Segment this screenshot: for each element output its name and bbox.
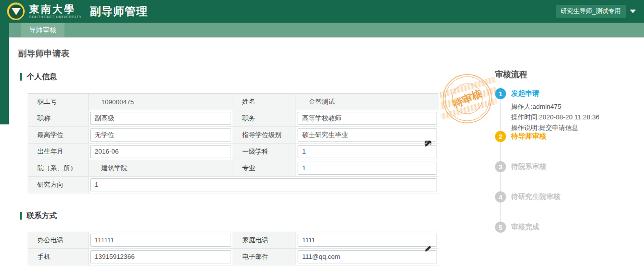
tab-mentor-review[interactable]: 导师审核 bbox=[21, 23, 64, 37]
page-title: 副导师申请表 bbox=[18, 48, 69, 59]
primary-discipline-input[interactable]: 1 bbox=[298, 145, 437, 158]
field-label: 家庭电话 bbox=[233, 232, 296, 249]
birth-date-input[interactable]: 2016-06 bbox=[90, 145, 231, 158]
main-content: 副导师申请表 个人信息 职工号 109000475 姓名 金智测试 职称 副高级… bbox=[0, 37, 644, 275]
position-select[interactable]: 高等学校教师 bbox=[298, 112, 437, 125]
degree-level-select[interactable]: 硕士研究生毕业 bbox=[298, 128, 437, 142]
section-contact-title: 联系方式 bbox=[27, 211, 57, 221]
app-header: 東南大學 SOUTHEAST UNIVERSITY 副导师管理 研究生导师_测试… bbox=[0, 0, 644, 23]
home-phone-input[interactable]: 1111 bbox=[298, 234, 437, 247]
employee-id-value: 109000475 bbox=[89, 94, 233, 110]
field-label: 出生年月 bbox=[28, 144, 89, 160]
personal-info-table: 职工号 109000475 姓名 金智测试 职称 副高级 职务 高等学校教师 最… bbox=[28, 93, 438, 193]
field-label: 姓名 bbox=[233, 94, 296, 110]
step-2-mentor-review: 2 待导师审核 bbox=[495, 131, 546, 142]
section-marker bbox=[20, 73, 22, 81]
chevron-down-icon[interactable] bbox=[630, 10, 636, 13]
section-personal-title: 个人信息 bbox=[27, 72, 57, 82]
step-label: 发起申请 bbox=[511, 89, 539, 98]
sidebar-strip bbox=[0, 23, 9, 124]
step-label: 待导师审核 bbox=[511, 132, 546, 141]
role-selector[interactable]: 研究生导师_测试专用 bbox=[556, 5, 626, 18]
step-5-complete: 5 审核完成 bbox=[495, 222, 539, 233]
university-name-cn: 東南大學 bbox=[29, 4, 82, 14]
field-label: 办公电话 bbox=[28, 232, 89, 249]
section-marker bbox=[20, 212, 22, 220]
section-contact-header: 联系方式 bbox=[20, 211, 57, 221]
research-direction-input[interactable]: 1 bbox=[90, 178, 437, 191]
university-name-en: SOUTHEAST UNIVERSITY bbox=[29, 16, 82, 19]
nav-tabbar: 导师审核 bbox=[0, 23, 644, 37]
office-phone-input[interactable]: 111111 bbox=[90, 234, 231, 247]
field-label: 职工号 bbox=[28, 94, 89, 110]
department-value: 建筑学院 bbox=[89, 160, 233, 177]
degree-select[interactable]: 无学位 bbox=[90, 128, 231, 142]
step-label: 待院系审核 bbox=[511, 162, 546, 171]
field-label: 专业 bbox=[233, 160, 296, 177]
step-4-graduate-school-review: 4 待研究生院审核 bbox=[495, 191, 560, 202]
step-number-badge: 5 bbox=[495, 222, 506, 233]
name-value: 金智测试 bbox=[296, 94, 439, 110]
step-label: 待研究生院审核 bbox=[511, 192, 560, 201]
step-number-badge: 3 bbox=[495, 161, 506, 172]
review-flow-panel: 审核流程 1 发起申请 操作人:admin475 操作时间:2020-08-20… bbox=[495, 70, 641, 80]
field-label: 院（系、所） bbox=[28, 160, 89, 177]
contact-info-table: 办公电话 111111 家庭电话 1111 手机 13915912366 电子邮… bbox=[28, 232, 438, 265]
field-label: 职称 bbox=[28, 110, 89, 127]
university-logo-icon bbox=[7, 3, 25, 20]
pencil-icon bbox=[424, 140, 432, 147]
mobile-phone-input[interactable]: 13915912366 bbox=[90, 250, 231, 263]
field-label: 职务 bbox=[233, 110, 296, 127]
step-3-department-review: 3 待院系审核 bbox=[495, 161, 546, 172]
pencil-icon bbox=[424, 245, 432, 252]
detail-time: 操作时间:2020-08-20 11:28:36 bbox=[511, 112, 599, 122]
app-window: 東南大學 SOUTHEAST UNIVERSITY 副导师管理 研究生导师_测试… bbox=[0, 0, 644, 275]
field-label: 一级学科 bbox=[233, 144, 296, 160]
step-number-badge: 4 bbox=[495, 191, 506, 202]
step-label: 审核完成 bbox=[511, 223, 539, 232]
section-personal-header: 个人信息 bbox=[20, 72, 57, 82]
email-input[interactable]: 111@qq.com bbox=[298, 250, 437, 263]
step-connector-line bbox=[500, 94, 501, 228]
field-label: 最高学位 bbox=[28, 127, 89, 144]
major-input[interactable]: 1 bbox=[298, 162, 437, 175]
title-select[interactable]: 副高级 bbox=[90, 112, 231, 125]
field-label: 指导学位级别 bbox=[233, 127, 296, 144]
review-steps: 1 发起申请 操作人:admin475 操作时间:2020-08-20 11:2… bbox=[495, 70, 641, 241]
detail-operator: 操作人:admin475 bbox=[511, 101, 599, 112]
app-title: 副导师管理 bbox=[90, 4, 148, 19]
step-number-badge: 2 bbox=[495, 131, 506, 142]
pending-review-stamp: 待审核 bbox=[440, 73, 496, 127]
field-label: 电子邮件 bbox=[233, 249, 296, 265]
field-label: 研究方向 bbox=[28, 177, 89, 193]
step-1-details: 操作人:admin475 操作时间:2020-08-20 11:28:36 操作… bbox=[511, 101, 599, 133]
university-logo-text: 東南大學 SOUTHEAST UNIVERSITY bbox=[29, 4, 82, 19]
field-label: 手机 bbox=[28, 249, 89, 265]
step-1-initiate: 1 发起申请 bbox=[495, 88, 539, 99]
step-number-badge: 1 bbox=[495, 88, 506, 99]
